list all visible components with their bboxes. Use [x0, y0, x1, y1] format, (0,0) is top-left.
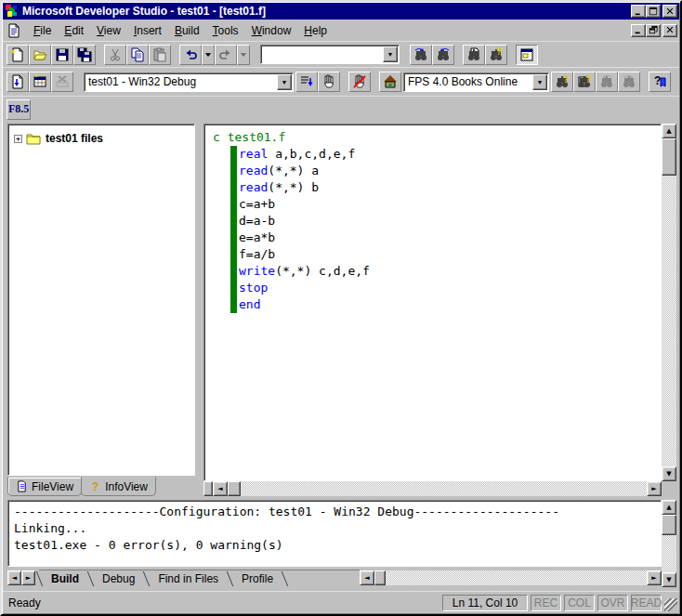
- scrollbar-track[interactable]: [241, 481, 647, 496]
- editor-horizontal-scrollbar[interactable]: ◄ ►: [203, 481, 662, 496]
- tree-expand-icon[interactable]: +: [14, 135, 22, 143]
- scroll-right-icon[interactable]: ►: [647, 481, 662, 496]
- dropdown-arrow-icon[interactable]: ▼: [277, 74, 292, 90]
- dropdown-arrow-icon[interactable]: ▼: [532, 74, 547, 90]
- output-tab-row: ◄ ► BuildDebugFind in FilesProfile ◄ ►: [7, 567, 662, 587]
- menu-window[interactable]: Window: [245, 21, 298, 40]
- search-forward-button[interactable]: [410, 45, 432, 65]
- scroll-up-icon[interactable]: ▲: [662, 500, 676, 515]
- toggle-breakpoint-hand-button[interactable]: [318, 72, 340, 92]
- scrollbar-track[interactable]: [662, 535, 676, 572]
- scrollbar-thumb[interactable]: [228, 481, 241, 496]
- menu-tools[interactable]: Tools: [206, 21, 245, 40]
- search-online-button[interactable]: ?: [551, 72, 573, 92]
- save-all-button[interactable]: [73, 45, 96, 65]
- minimize-button[interactable]: [631, 24, 646, 37]
- search-question-button[interactable]: ?: [485, 45, 507, 65]
- books-online-combo[interactable]: FPS 4.0 Books Online▼: [403, 72, 549, 92]
- fortran-column-bar: [230, 146, 237, 313]
- tab-scroll-right-icon[interactable]: ►: [21, 570, 35, 585]
- standard-toolbar: ▼?: [3, 41, 679, 67]
- undo-drop-button[interactable]: [202, 45, 215, 65]
- build-button[interactable]: [29, 72, 51, 92]
- scrollbar-thumb[interactable]: [662, 138, 676, 176]
- menu-build[interactable]: Build: [168, 21, 206, 40]
- tab-scroll-left-icon[interactable]: ◄: [7, 570, 21, 585]
- title-bar[interactable]: Microsoft Developer Studio - test01 - [t…: [3, 3, 679, 20]
- editor-vertical-scrollbar[interactable]: ▲ ▼: [662, 124, 676, 481]
- scroll-left-icon[interactable]: ◄: [360, 570, 374, 585]
- tab-profile[interactable]: Profile: [230, 570, 284, 587]
- remove-breakpoints-button[interactable]: [348, 72, 371, 92]
- toolbar-separator: [454, 45, 463, 65]
- previous-topic-icon: [599, 74, 614, 89]
- fortran-f85-button[interactable]: F8.5: [7, 99, 31, 120]
- toggle-workspace-window-button[interactable]: [516, 45, 538, 65]
- compile-button[interactable]: [7, 72, 29, 92]
- menu-file[interactable]: File: [27, 21, 58, 40]
- close-button[interactable]: [662, 5, 677, 18]
- paste-button: [149, 45, 171, 65]
- build-output-text[interactable]: --------------------Configuration: test0…: [7, 500, 662, 567]
- tab-fileview[interactable]: FileView: [7, 477, 82, 496]
- toolbar-separator: [401, 45, 410, 65]
- undo-icon: [183, 47, 198, 62]
- svg-text:?: ?: [92, 480, 98, 492]
- scroll-left-icon[interactable]: ◄: [213, 481, 228, 496]
- maximize-button[interactable]: [646, 5, 661, 18]
- save-button[interactable]: [51, 45, 73, 65]
- output-vertical-scrollbar[interactable]: ▲ ▼: [662, 500, 676, 587]
- menu-help[interactable]: Help: [297, 21, 334, 40]
- output-horizontal-scrollbar[interactable]: ◄ ►: [360, 570, 662, 585]
- tab-find-in-files[interactable]: Find in Files: [147, 570, 230, 587]
- menu-edit[interactable]: Edit: [58, 21, 90, 40]
- find-in-files-button[interactable]: [463, 45, 485, 65]
- configuration-combo[interactable]: test01 - Win32 Debug▼: [84, 72, 294, 92]
- home-button[interactable]: [379, 72, 401, 92]
- scroll-down-icon[interactable]: ▼: [662, 572, 676, 587]
- search-backward-button[interactable]: [432, 45, 454, 65]
- restore-icon: [649, 23, 658, 37]
- scrollbar-thumb[interactable]: [374, 570, 386, 585]
- undo-button[interactable]: [179, 45, 202, 65]
- tree-item-test01-files[interactable]: + test01 files: [14, 132, 189, 145]
- code-line: c test01.f: [204, 129, 661, 146]
- code-editor[interactable]: c test01.freal a,b,c,d,e,fread(*,*) area…: [203, 124, 662, 481]
- tab-build[interactable]: Build: [40, 570, 90, 587]
- output-tabs: BuildDebugFind in FilesProfile: [39, 570, 285, 587]
- scrollbar-thumb[interactable]: [662, 515, 676, 535]
- tab-infoview[interactable]: ?InfoView: [81, 477, 156, 496]
- document-icon[interactable]: [7, 23, 21, 38]
- execute-program-button[interactable]: [295, 72, 318, 92]
- menu-view[interactable]: View: [90, 21, 127, 40]
- menu-insert[interactable]: Insert: [127, 21, 168, 40]
- file-tree[interactable]: + test01 files: [7, 124, 195, 476]
- dropdown-arrow-icon[interactable]: ▼: [383, 46, 398, 62]
- cut-icon: [108, 47, 123, 62]
- close-button[interactable]: [662, 24, 677, 37]
- restore-button[interactable]: [646, 24, 661, 37]
- query-results-button[interactable]: ?: [573, 72, 596, 92]
- open-file-button[interactable]: [29, 45, 51, 65]
- resize-grip-icon[interactable]: [664, 598, 677, 611]
- tab-debug[interactable]: Debug: [91, 570, 146, 587]
- scroll-right-icon[interactable]: ►: [647, 570, 662, 585]
- code-line: d=a-b: [204, 213, 661, 229]
- sync-help-button[interactable]: ?: [649, 72, 671, 92]
- scroll-up-icon[interactable]: ▲: [662, 124, 676, 138]
- new-file-button[interactable]: [7, 45, 29, 65]
- pane-split-handle[interactable]: [203, 481, 213, 496]
- code-line: end: [204, 296, 661, 313]
- svg-text:?: ?: [585, 74, 591, 85]
- scroll-down-icon[interactable]: ▼: [662, 466, 676, 481]
- find-in-files-icon: [466, 47, 481, 62]
- redo-drop-icon: [239, 50, 248, 59]
- scrollbar-track[interactable]: [662, 176, 676, 466]
- scrollbar-track[interactable]: [386, 570, 647, 585]
- search-text-combo[interactable]: ▼: [260, 45, 400, 64]
- query-results-icon: ?: [577, 74, 592, 89]
- next-topic-icon: [622, 74, 636, 89]
- copy-button[interactable]: [126, 45, 149, 65]
- panel-splitter[interactable]: [195, 124, 203, 496]
- minimize-button[interactable]: [631, 5, 646, 18]
